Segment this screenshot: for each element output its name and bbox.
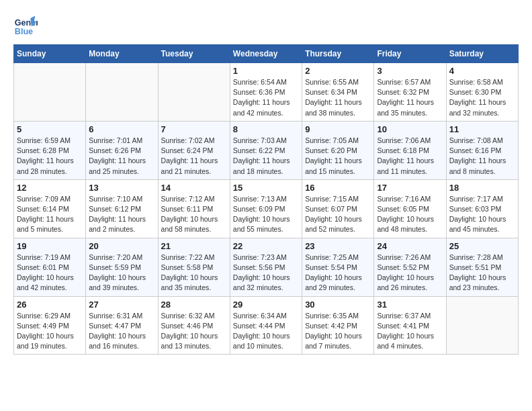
day-number: 9 bbox=[305, 124, 371, 134]
day-number: 8 bbox=[233, 124, 299, 134]
day-info: Sunrise: 6:55 AM Sunset: 6:34 PM Dayligh… bbox=[305, 77, 371, 118]
calendar-cell: 13Sunrise: 7:10 AM Sunset: 6:12 PM Dayli… bbox=[86, 179, 158, 238]
day-number: 17 bbox=[377, 183, 443, 193]
calendar-cell: 1Sunrise: 6:54 AM Sunset: 6:36 PM Daylig… bbox=[230, 63, 302, 122]
day-number: 14 bbox=[161, 183, 227, 193]
day-number: 5 bbox=[17, 124, 83, 134]
calendar-cell: 3Sunrise: 6:57 AM Sunset: 6:32 PM Daylig… bbox=[374, 63, 446, 122]
calendar-header-thursday: Thursday bbox=[302, 45, 374, 63]
svg-text:Blue: Blue bbox=[15, 27, 33, 36]
day-info: Sunrise: 7:23 AM Sunset: 5:56 PM Dayligh… bbox=[233, 253, 299, 293]
day-number: 20 bbox=[89, 241, 154, 251]
calendar-week-5: 26Sunrise: 6:29 AM Sunset: 4:49 PM Dayli… bbox=[14, 296, 519, 355]
day-info: Sunrise: 7:22 AM Sunset: 5:58 PM Dayligh… bbox=[161, 253, 227, 293]
day-info: Sunrise: 7:13 AM Sunset: 6:09 PM Dayligh… bbox=[233, 194, 299, 235]
calendar-cell: 22Sunrise: 7:23 AM Sunset: 5:56 PM Dayli… bbox=[230, 238, 302, 296]
calendar-cell: 6Sunrise: 7:01 AM Sunset: 6:26 PM Daylig… bbox=[86, 121, 158, 179]
calendar-cell bbox=[14, 63, 86, 122]
calendar-cell: 16Sunrise: 7:15 AM Sunset: 6:07 PM Dayli… bbox=[302, 179, 374, 238]
day-number: 27 bbox=[89, 300, 154, 310]
calendar-cell: 12Sunrise: 7:09 AM Sunset: 6:14 PM Dayli… bbox=[14, 179, 86, 238]
calendar-cell: 27Sunrise: 6:31 AM Sunset: 4:47 PM Dayli… bbox=[86, 296, 158, 355]
day-info: Sunrise: 7:17 AM Sunset: 6:03 PM Dayligh… bbox=[449, 194, 515, 235]
day-info: Sunrise: 7:28 AM Sunset: 5:51 PM Dayligh… bbox=[449, 253, 515, 293]
calendar-week-3: 12Sunrise: 7:09 AM Sunset: 6:14 PM Dayli… bbox=[14, 179, 519, 238]
day-info: Sunrise: 6:32 AM Sunset: 4:46 PM Dayligh… bbox=[161, 311, 227, 352]
calendar-cell bbox=[446, 296, 518, 355]
day-info: Sunrise: 7:08 AM Sunset: 6:16 PM Dayligh… bbox=[449, 136, 515, 177]
calendar-header-row: SundayMondayTuesdayWednesdayThursdayFrid… bbox=[14, 45, 519, 63]
day-info: Sunrise: 7:05 AM Sunset: 6:20 PM Dayligh… bbox=[305, 136, 371, 177]
day-info: Sunrise: 6:29 AM Sunset: 4:49 PM Dayligh… bbox=[17, 311, 83, 352]
day-info: Sunrise: 7:26 AM Sunset: 5:52 PM Dayligh… bbox=[377, 253, 443, 293]
day-number: 25 bbox=[449, 241, 515, 251]
day-info: Sunrise: 6:54 AM Sunset: 6:36 PM Dayligh… bbox=[233, 77, 299, 118]
day-info: Sunrise: 7:25 AM Sunset: 5:54 PM Dayligh… bbox=[305, 253, 371, 293]
day-number: 11 bbox=[449, 124, 515, 134]
day-info: Sunrise: 7:10 AM Sunset: 6:12 PM Dayligh… bbox=[89, 194, 154, 235]
calendar-cell: 4Sunrise: 6:58 AM Sunset: 6:30 PM Daylig… bbox=[446, 63, 518, 122]
day-info: Sunrise: 6:31 AM Sunset: 4:47 PM Dayligh… bbox=[89, 311, 154, 352]
calendar-cell: 23Sunrise: 7:25 AM Sunset: 5:54 PM Dayli… bbox=[302, 238, 374, 296]
day-info: Sunrise: 7:20 AM Sunset: 5:59 PM Dayligh… bbox=[89, 253, 154, 293]
calendar-cell: 25Sunrise: 7:28 AM Sunset: 5:51 PM Dayli… bbox=[446, 238, 518, 296]
calendar-header-friday: Friday bbox=[374, 45, 446, 63]
day-info: Sunrise: 7:01 AM Sunset: 6:26 PM Dayligh… bbox=[89, 136, 154, 177]
calendar-cell: 5Sunrise: 6:59 AM Sunset: 6:28 PM Daylig… bbox=[14, 121, 86, 179]
day-info: Sunrise: 6:34 AM Sunset: 4:44 PM Dayligh… bbox=[233, 311, 299, 352]
day-number: 13 bbox=[89, 183, 154, 193]
calendar-week-4: 19Sunrise: 7:19 AM Sunset: 6:01 PM Dayli… bbox=[14, 238, 519, 296]
day-info: Sunrise: 7:03 AM Sunset: 6:22 PM Dayligh… bbox=[233, 136, 299, 177]
calendar-cell: 30Sunrise: 6:35 AM Sunset: 4:42 PM Dayli… bbox=[302, 296, 374, 355]
day-number: 18 bbox=[449, 183, 515, 193]
day-info: Sunrise: 7:12 AM Sunset: 6:11 PM Dayligh… bbox=[161, 194, 227, 235]
calendar-body: 1Sunrise: 6:54 AM Sunset: 6:36 PM Daylig… bbox=[14, 63, 519, 355]
calendar-week-1: 1Sunrise: 6:54 AM Sunset: 6:36 PM Daylig… bbox=[14, 63, 519, 122]
day-number: 7 bbox=[161, 124, 227, 134]
day-info: Sunrise: 7:19 AM Sunset: 6:01 PM Dayligh… bbox=[17, 253, 83, 293]
calendar-cell: 21Sunrise: 7:22 AM Sunset: 5:58 PM Dayli… bbox=[158, 238, 230, 296]
calendar-cell: 29Sunrise: 6:34 AM Sunset: 4:44 PM Dayli… bbox=[230, 296, 302, 355]
logo: General Blue bbox=[13, 13, 38, 38]
day-info: Sunrise: 6:59 AM Sunset: 6:28 PM Dayligh… bbox=[17, 136, 83, 177]
calendar-cell: 11Sunrise: 7:08 AM Sunset: 6:16 PM Dayli… bbox=[446, 121, 518, 179]
day-number: 15 bbox=[233, 183, 299, 193]
calendar-cell: 20Sunrise: 7:20 AM Sunset: 5:59 PM Dayli… bbox=[86, 238, 158, 296]
day-number: 16 bbox=[305, 183, 371, 193]
calendar-cell: 26Sunrise: 6:29 AM Sunset: 4:49 PM Dayli… bbox=[14, 296, 86, 355]
calendar-cell: 18Sunrise: 7:17 AM Sunset: 6:03 PM Dayli… bbox=[446, 179, 518, 238]
day-number: 2 bbox=[305, 66, 371, 76]
calendar-header-wednesday: Wednesday bbox=[230, 45, 302, 63]
page-header: General Blue bbox=[13, 13, 519, 38]
day-info: Sunrise: 6:35 AM Sunset: 4:42 PM Dayligh… bbox=[305, 311, 371, 352]
day-info: Sunrise: 7:06 AM Sunset: 6:18 PM Dayligh… bbox=[377, 136, 443, 177]
day-info: Sunrise: 7:16 AM Sunset: 6:05 PM Dayligh… bbox=[377, 194, 443, 235]
calendar-cell: 8Sunrise: 7:03 AM Sunset: 6:22 PM Daylig… bbox=[230, 121, 302, 179]
day-number: 24 bbox=[377, 241, 443, 251]
calendar-table: SundayMondayTuesdayWednesdayThursdayFrid… bbox=[13, 44, 519, 355]
day-info: Sunrise: 6:57 AM Sunset: 6:32 PM Dayligh… bbox=[377, 77, 443, 118]
day-info: Sunrise: 7:15 AM Sunset: 6:07 PM Dayligh… bbox=[305, 194, 371, 235]
day-info: Sunrise: 6:37 AM Sunset: 4:41 PM Dayligh… bbox=[377, 311, 443, 352]
day-number: 3 bbox=[377, 66, 443, 76]
calendar-cell: 24Sunrise: 7:26 AM Sunset: 5:52 PM Dayli… bbox=[374, 238, 446, 296]
calendar-week-2: 5Sunrise: 6:59 AM Sunset: 6:28 PM Daylig… bbox=[14, 121, 519, 179]
calendar-cell: 9Sunrise: 7:05 AM Sunset: 6:20 PM Daylig… bbox=[302, 121, 374, 179]
calendar-cell: 14Sunrise: 7:12 AM Sunset: 6:11 PM Dayli… bbox=[158, 179, 230, 238]
day-number: 23 bbox=[305, 241, 371, 251]
day-number: 12 bbox=[17, 183, 83, 193]
logo-icon: General Blue bbox=[13, 13, 38, 38]
calendar-header-monday: Monday bbox=[86, 45, 158, 63]
calendar-header-sunday: Sunday bbox=[14, 45, 86, 63]
calendar-cell bbox=[86, 63, 158, 122]
calendar-cell: 2Sunrise: 6:55 AM Sunset: 6:34 PM Daylig… bbox=[302, 63, 374, 122]
calendar-cell: 31Sunrise: 6:37 AM Sunset: 4:41 PM Dayli… bbox=[374, 296, 446, 355]
calendar-cell: 17Sunrise: 7:16 AM Sunset: 6:05 PM Dayli… bbox=[374, 179, 446, 238]
day-number: 26 bbox=[17, 300, 83, 310]
calendar-header-saturday: Saturday bbox=[446, 45, 518, 63]
calendar-cell: 19Sunrise: 7:19 AM Sunset: 6:01 PM Dayli… bbox=[14, 238, 86, 296]
day-number: 10 bbox=[377, 124, 443, 134]
day-number: 6 bbox=[89, 124, 154, 134]
day-number: 1 bbox=[233, 66, 299, 76]
calendar-cell: 7Sunrise: 7:02 AM Sunset: 6:24 PM Daylig… bbox=[158, 121, 230, 179]
